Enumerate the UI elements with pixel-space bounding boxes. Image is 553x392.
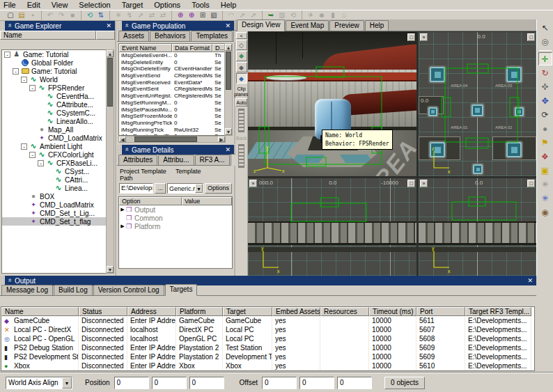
tree-item-game-tutorial[interactable]: -♟Game: Tutorial: [2, 50, 107, 58]
pause-game-icon[interactable]: ▮: [327, 10, 338, 20]
swap-events-a-icon[interactable]: ⇄: [146, 10, 157, 20]
menu-edit[interactable]: Edit: [22, 1, 46, 9]
wireframe-view-icon[interactable]: ◇: [236, 40, 247, 50]
collapse-panel-icon[interactable]: »: [123, 146, 130, 153]
tree-item-cfxbaseli-[interactable]: -∿CFXBaseLi...: [2, 159, 107, 167]
tab-rf3-a-[interactable]: RF3 A...: [195, 155, 230, 165]
browse-button[interactable]: ...: [155, 183, 166, 194]
tab-message-log[interactable]: Message Log: [1, 285, 53, 295]
place-target-icon[interactable]: ⊕: [186, 10, 197, 20]
tree-item-cmd-set-t-lig-[interactable]: ✦CMD_Set_t_Lig...: [2, 209, 107, 217]
option-row-output[interactable]: ▶❒Output: [119, 205, 232, 214]
template-dropdown[interactable]: Generic.rwt ▼: [167, 183, 203, 194]
rotate-gizmo-icon[interactable]: ⟲: [84, 10, 95, 20]
column-header-resources[interactable]: Resources: [320, 307, 369, 316]
flat-view-icon[interactable]: ◆: [236, 62, 247, 72]
event-row[interactable]: iMsgRunningTickRwUInt32Se: [119, 127, 225, 134]
dock-grip[interactable]: [117, 145, 122, 155]
add-transform-icon[interactable]: ⊞: [197, 10, 208, 20]
perspective-viewport[interactable]: AREA yxz: [248, 32, 416, 176]
rotate-tool-icon[interactable]: ↻: [538, 66, 552, 79]
option-row-platform[interactable]: ▶❒Platform: [119, 222, 232, 230]
event-row[interactable]: iMsgEventSendCRegisteredMsgs*Se: [119, 72, 225, 79]
vertex-color-tool-icon[interactable]: ❖: [538, 150, 552, 163]
vertex-view-icon[interactable]: ❖: [236, 51, 247, 61]
tree-item-cmd-set-t-flag[interactable]: ✦CMD_Set_t_flag: [2, 217, 107, 226]
tree-item-cfxcolorlight[interactable]: -∿CFXColorLight: [2, 150, 107, 159]
new-entity-icon[interactable]: ✳: [113, 10, 124, 20]
column-header-name[interactable]: Name: [1, 307, 79, 316]
tree-item-ambient-light[interactable]: -∿Ambient Light: [2, 142, 107, 150]
menu-options[interactable]: Options: [148, 1, 186, 9]
chevron-down-icon[interactable]: ▼: [62, 377, 72, 389]
column-header-rest[interactable]: [96, 31, 115, 40]
near-clip-slider[interactable]: [238, 109, 244, 132]
tab-version-control-log[interactable]: Version Control Log: [93, 285, 164, 295]
expand-arrow-icon[interactable]: ▶: [119, 224, 126, 229]
connect-target-icon[interactable]: ✈: [305, 10, 316, 20]
maximize-viewport-icon[interactable]: □: [527, 33, 535, 41]
tab-templates[interactable]: Templates: [191, 31, 233, 41]
menu-target[interactable]: Target: [116, 1, 149, 9]
target-row-xbox[interactable]: ●XboxDisconnectedEnter IP Address ...Xbo…: [1, 361, 534, 370]
menu-tools[interactable]: Tools: [186, 1, 215, 9]
link-entity-icon[interactable]: ↯: [124, 10, 135, 20]
game-explorer-titlebar[interactable]: » Game Explorer ✕: [5, 21, 115, 31]
column-header-option[interactable]: Option: [119, 197, 182, 205]
camera-view-icon[interactable]: ◠: [226, 10, 237, 20]
expand-toggle-icon[interactable]: -: [38, 160, 44, 166]
collapse-panel-icon[interactable]: »: [6, 277, 13, 284]
tree-item-box[interactable]: ●BOX: [2, 192, 107, 201]
tree-item-cattribute-[interactable]: ∿CAttribute...: [2, 100, 107, 109]
event-row[interactable]: iMsgEventUnRegist...CRegisteredMsgs*Se: [119, 93, 225, 100]
options-button[interactable]: Options: [205, 183, 232, 194]
scroll-up-icon[interactable]: ▲: [107, 50, 114, 57]
event-row[interactable]: iMsgDeleteEntity0Se: [119, 59, 225, 66]
tab-behaviors[interactable]: Behaviors: [150, 31, 190, 41]
close-icon[interactable]: ✕: [104, 22, 114, 29]
expand-toggle-icon[interactable]: -: [21, 77, 27, 83]
tree-item-fpsrender[interactable]: -∿FPSRender: [2, 84, 107, 92]
translate-axes-tool-icon[interactable]: ✥: [538, 94, 552, 107]
scroll-down-icon[interactable]: ▼: [225, 128, 232, 135]
scroll-up-icon[interactable]: ▲: [225, 44, 232, 51]
target-row-local-pc-directx[interactable]: ✕Local PC - DirectXDisconnectedlocalhost…: [1, 325, 534, 334]
orbit-tool-icon[interactable]: ⟳: [538, 108, 552, 121]
event-row[interactable]: iMsgOnDeleteEntityCEventHandler*Se: [119, 65, 225, 72]
select-frame-icon[interactable]: ▧: [208, 10, 219, 20]
hot-reload-icon[interactable]: ♨: [338, 10, 350, 20]
expand-toggle-icon[interactable]: -: [21, 143, 27, 150]
expand-toggle-icon[interactable]: -: [4, 52, 10, 58]
auto-clip-button[interactable]: Auto: [235, 98, 247, 107]
scroll-right-icon[interactable]: ▶: [218, 136, 225, 142]
column-header-target-rf3-templ-[interactable]: Target RF3 Templ...: [465, 307, 531, 316]
lock-tool-icon[interactable]: ▣: [538, 164, 552, 177]
place-crosshair-icon[interactable]: ⊕: [175, 10, 186, 20]
expand-viewport-icon[interactable]: »: [420, 33, 428, 41]
chevron-down-icon[interactable]: ▼: [195, 184, 203, 193]
column-header-2[interactable]: D...: [212, 44, 225, 52]
position-y-input[interactable]: [152, 377, 187, 389]
dock-grip[interactable]: [117, 21, 122, 31]
key-tool-icon[interactable]: ⚑: [538, 136, 552, 149]
tab-attribu-[interactable]: Attribu...: [158, 155, 194, 165]
maximize-viewport-icon[interactable]: □: [407, 180, 415, 187]
move-tool-icon[interactable]: ✛: [538, 52, 552, 65]
events-horizontal-scrollbar[interactable]: ◀ ▶: [118, 136, 226, 143]
new-file-icon[interactable]: ▢: [5, 10, 16, 20]
event-row[interactable]: iMsgRunningPreTick0Se: [119, 120, 225, 127]
side-viewport[interactable]: yx » 0.0 □: [419, 178, 536, 276]
collapse-strip-button[interactable]: <: [236, 32, 247, 39]
offset-z-input[interactable]: [337, 377, 372, 389]
column-header-0[interactable]: Event Name: [119, 44, 172, 52]
swap-events-b-icon[interactable]: ⇄: [157, 10, 169, 20]
position-z-input[interactable]: [189, 377, 224, 389]
axis-align-dropdown[interactable]: World Axis Align ▼: [6, 377, 72, 389]
stop-build-icon[interactable]: ■: [67, 10, 78, 20]
target-row-ps2-debug-station[interactable]: ▮PS2 Debug StationDisconnectedEnter IP A…: [1, 343, 534, 352]
event-row[interactable]: iMsgDeleteEventH...0Th: [119, 52, 225, 59]
undo-icon[interactable]: ↶: [45, 10, 56, 20]
column-header-name[interactable]: Name: [0, 31, 96, 40]
colored-star-tool-icon[interactable]: ✳: [538, 191, 552, 205]
tab-help[interactable]: Help: [365, 20, 389, 31]
